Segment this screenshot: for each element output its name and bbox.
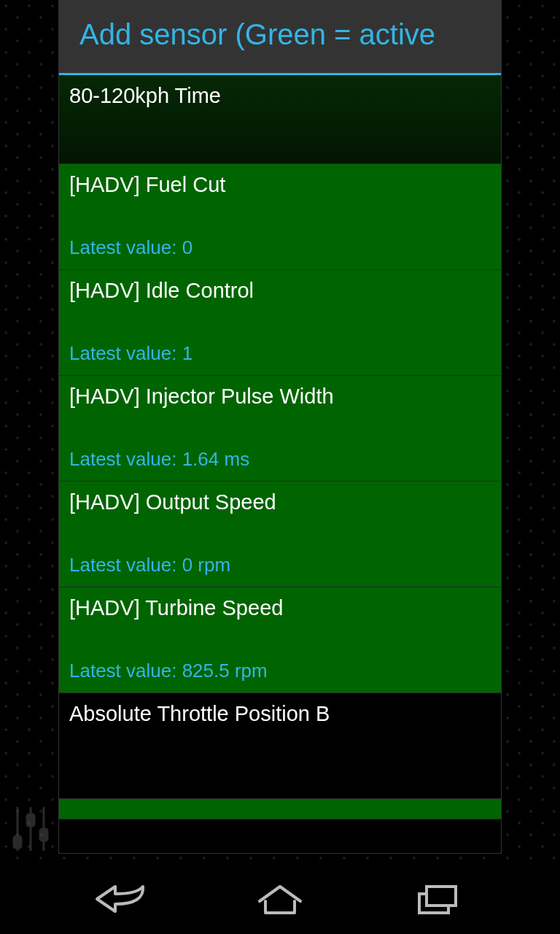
sensor-item[interactable]: [HADV] Fuel Cut Latest value: 0 bbox=[59, 164, 501, 270]
sensor-item-title: [HADV] Idle Control bbox=[69, 279, 491, 303]
sensor-item[interactable] bbox=[59, 799, 501, 819]
sensor-list[interactable]: 80-120kph Time [HADV] Fuel Cut Latest va… bbox=[59, 75, 501, 853]
sensor-item[interactable]: [HADV] Idle Control Latest value: 1 bbox=[59, 270, 501, 376]
equalizer-icon bbox=[9, 800, 52, 858]
svg-rect-5 bbox=[40, 829, 47, 841]
sensor-item-title: [HADV] Output Speed bbox=[69, 490, 491, 514]
recent-apps-button[interactable] bbox=[394, 873, 481, 925]
android-navbar bbox=[0, 864, 560, 934]
sensor-item-title: Absolute Throttle Position B bbox=[69, 702, 491, 726]
sensor-item[interactable]: [HADV] Injector Pulse Width Latest value… bbox=[59, 376, 501, 482]
sensor-item-value: Latest value: 0 bbox=[69, 236, 491, 259]
sensor-item-title: 80-120kph Time bbox=[69, 84, 491, 108]
dialog-header: Add sensor (Green = active bbox=[59, 1, 501, 75]
sensor-item[interactable]: Absolute Throttle Position B bbox=[59, 693, 501, 799]
sensor-item[interactable]: [HADV] Turbine Speed Latest value: 825.5… bbox=[59, 587, 501, 693]
sensor-item-title: [HADV] Fuel Cut bbox=[69, 173, 491, 197]
sensor-item[interactable]: [HADV] Output Speed Latest value: 0 rpm bbox=[59, 482, 501, 587]
add-sensor-dialog: Add sensor (Green = active 80-120kph Tim… bbox=[58, 0, 502, 854]
sensor-item-value: Latest value: 1 bbox=[69, 342, 491, 365]
sensor-item-value: Latest value: 0 rpm bbox=[69, 554, 491, 576]
sensor-item[interactable]: 80-120kph Time bbox=[59, 75, 501, 164]
back-button[interactable] bbox=[79, 873, 166, 925]
svg-rect-3 bbox=[27, 814, 34, 826]
sensor-item-title: [HADV] Turbine Speed bbox=[69, 596, 491, 620]
svg-rect-7 bbox=[427, 887, 456, 906]
sensor-item-title: [HADV] Injector Pulse Width bbox=[69, 385, 491, 409]
home-button[interactable] bbox=[236, 873, 324, 925]
sensor-item-value: Latest value: 825.5 rpm bbox=[69, 660, 491, 682]
sensor-item-value: Latest value: 1.64 ms bbox=[69, 448, 491, 471]
svg-rect-1 bbox=[14, 836, 21, 848]
dialog-title: Add sensor (Green = active bbox=[79, 18, 481, 51]
